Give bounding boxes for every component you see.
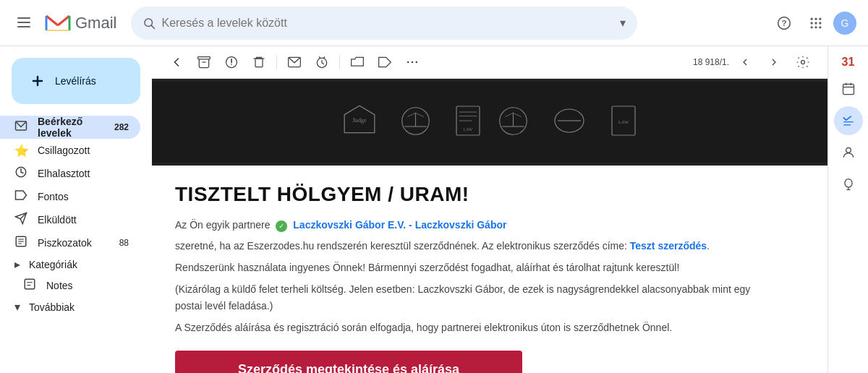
settings-button[interactable] bbox=[790, 49, 816, 75]
spam-button[interactable] bbox=[218, 49, 244, 75]
svg-marker-21 bbox=[16, 191, 27, 200]
svg-point-9 bbox=[819, 17, 821, 20]
mark-unread-button[interactable] bbox=[281, 49, 307, 75]
cta-button[interactable]: Szerződés megtekintése és aláírása bbox=[175, 351, 522, 373]
sidebar-item-sent-label: Elküldött bbox=[38, 214, 129, 226]
toolbar-divider-1 bbox=[276, 55, 277, 69]
svg-point-14 bbox=[814, 26, 817, 28]
email-intro-text: Az Ön egyik partnere bbox=[175, 219, 271, 231]
svg-point-44 bbox=[416, 61, 418, 64]
gmail-wordmark: Gmail bbox=[75, 14, 116, 33]
svg-rect-28 bbox=[25, 279, 35, 289]
email-title: TISZTELT HÖLGYEM / URAM! bbox=[175, 183, 780, 206]
email-content: Judge LAW bbox=[152, 79, 827, 373]
move-button[interactable] bbox=[344, 49, 370, 75]
apps-button[interactable] bbox=[801, 9, 830, 38]
sidebar-item-categories-label: Kategóriák bbox=[29, 259, 77, 270]
hamburger-icon[interactable] bbox=[12, 9, 36, 37]
svg-rect-36 bbox=[255, 59, 263, 67]
svg-point-45 bbox=[801, 61, 805, 64]
svg-text:Judge: Judge bbox=[352, 117, 367, 124]
sidebar-item-notes-label: Notes bbox=[46, 280, 129, 291]
search-input[interactable] bbox=[161, 17, 614, 30]
sidebar-item-categories[interactable]: ▸ Kategóriák bbox=[0, 254, 152, 274]
sidebar-item-sent[interactable]: Elküldött bbox=[0, 208, 140, 231]
star-icon: ⭐ bbox=[14, 144, 29, 158]
back-button[interactable] bbox=[163, 49, 190, 75]
email-toolbar: 18 918/1. bbox=[152, 46, 827, 79]
gmail-logo: Gmail bbox=[45, 13, 116, 33]
compose-label: Levélírás bbox=[55, 75, 96, 87]
svg-rect-1 bbox=[17, 22, 30, 23]
drafts-icon bbox=[14, 235, 29, 251]
svg-point-12 bbox=[819, 22, 821, 24]
sidebar-item-drafts[interactable]: Piszkozatok 88 bbox=[0, 231, 140, 254]
sent-icon bbox=[14, 212, 29, 228]
email-header-image: Judge LAW bbox=[152, 79, 827, 166]
sidebar-item-inbox[interactable]: Beérkező levelek 282 bbox=[0, 116, 140, 139]
svg-point-42 bbox=[407, 61, 409, 64]
chevron-down-icon: ▾ bbox=[14, 300, 20, 314]
sidebar: Levélírás Beérkező levelek 282 ⭐ Csillag… bbox=[0, 46, 152, 373]
compose-icon bbox=[26, 69, 49, 93]
next-email-button[interactable] bbox=[761, 49, 787, 75]
svg-point-11 bbox=[814, 22, 817, 24]
svg-rect-2 bbox=[17, 26, 30, 27]
svg-point-74 bbox=[845, 179, 852, 188]
expand-icon: ▸ bbox=[14, 257, 20, 271]
calendar-date: 31 bbox=[841, 52, 856, 72]
email-body-intro: szeretné, ha az Eszerzodes.hu rendszerén… bbox=[175, 239, 780, 254]
svg-rect-31 bbox=[198, 57, 210, 59]
help-button[interactable]: ? bbox=[770, 9, 799, 38]
svg-point-7 bbox=[811, 17, 813, 20]
sidebar-item-more-label: Továbbiak bbox=[29, 301, 75, 313]
sidebar-item-starred[interactable]: ⭐ Csillagozott bbox=[0, 139, 140, 162]
prev-email-button[interactable] bbox=[732, 49, 758, 75]
delete-button[interactable] bbox=[246, 49, 272, 75]
search-chevron-icon[interactable]: ▾ bbox=[620, 16, 626, 30]
svg-line-52 bbox=[416, 113, 424, 116]
svg-text:LAW: LAW bbox=[618, 119, 629, 124]
verified-badge: ✓ bbox=[276, 220, 287, 232]
sidebar-item-snoozed[interactable]: Elhalasztott bbox=[0, 162, 140, 185]
snooze-button[interactable] bbox=[309, 49, 335, 75]
sender-link[interactable]: Laczkovszki Gábor E.V. - Laczkovszki Gáb… bbox=[293, 219, 506, 231]
svg-point-10 bbox=[811, 22, 813, 24]
more-button[interactable] bbox=[399, 49, 425, 75]
notes-icon bbox=[23, 278, 38, 293]
search-bar[interactable]: ▾ bbox=[131, 7, 637, 40]
email-para2: (Kizárólag a küldő felet terheli költség… bbox=[175, 281, 780, 314]
contacts-button[interactable] bbox=[834, 138, 863, 167]
svg-text:?: ? bbox=[781, 18, 786, 27]
svg-point-8 bbox=[814, 17, 817, 20]
archive-button[interactable] bbox=[191, 49, 217, 75]
clock-icon bbox=[14, 166, 29, 181]
svg-line-4 bbox=[152, 25, 155, 28]
email-para3: A Szerződés aláírása és regisztráció sor… bbox=[175, 320, 780, 335]
sidebar-item-notes[interactable]: Notes bbox=[0, 274, 140, 297]
compose-button[interactable]: Levélírás bbox=[12, 58, 140, 104]
right-sidebar: 31 bbox=[827, 46, 868, 373]
email-area: 18 918/1. Judge bbox=[152, 46, 827, 373]
sidebar-item-snoozed-label: Elhalasztott bbox=[38, 168, 129, 179]
tasks-button[interactable] bbox=[834, 106, 863, 135]
svg-point-73 bbox=[846, 148, 851, 153]
sidebar-item-important[interactable]: Fontos bbox=[0, 185, 140, 208]
svg-point-43 bbox=[412, 61, 414, 64]
label-button[interactable] bbox=[372, 49, 398, 75]
sidebar-item-more[interactable]: ▾ Továbbiak bbox=[0, 297, 152, 317]
svg-line-51 bbox=[407, 113, 415, 116]
avatar[interactable]: G bbox=[833, 12, 856, 35]
calendar-button[interactable] bbox=[834, 74, 863, 103]
keep-button[interactable] bbox=[834, 170, 863, 199]
inbox-badge: 282 bbox=[114, 122, 129, 132]
page-info: 18 918/1. bbox=[693, 57, 729, 67]
sidebar-item-inbox-label: Beérkező levelek bbox=[38, 116, 114, 139]
drafts-badge: 88 bbox=[119, 238, 129, 248]
email-sender-prefix: szeretné, ha az Eszerzodes.hu rendszerén… bbox=[175, 240, 630, 252]
search-icon bbox=[142, 17, 156, 30]
svg-line-61 bbox=[505, 113, 513, 116]
sidebar-item-drafts-label: Piszkozatok bbox=[38, 237, 119, 249]
contract-name-link[interactable]: Teszt szerződés bbox=[630, 240, 707, 252]
svg-rect-67 bbox=[843, 85, 854, 95]
